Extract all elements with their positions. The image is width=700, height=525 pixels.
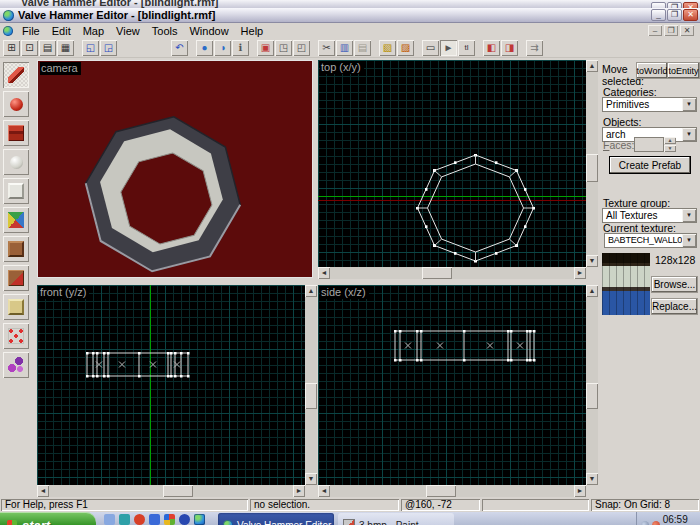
curve-tool-1-button[interactable]: ◧: [483, 40, 500, 56]
menu-help[interactable]: Help: [235, 24, 270, 38]
restore-button[interactable]: ❐: [667, 9, 682, 21]
path-tool-button[interactable]: [3, 352, 29, 378]
curve-tool-2-button[interactable]: ◨: [501, 40, 518, 56]
texture-lock-button[interactable]: tl: [458, 40, 475, 56]
entity-tool-icon: [10, 156, 23, 169]
top-hscrollbar-thumb[interactable]: [422, 267, 452, 279]
hide-selected-button[interactable]: ▧: [379, 40, 396, 56]
task-hammer-button[interactable]: Valve Hammer Editor: [218, 513, 334, 525]
vertex-tool-button[interactable]: [3, 323, 29, 349]
close-button[interactable]: ✕: [683, 9, 698, 21]
apply-current-texture-tool-button[interactable]: [3, 236, 29, 262]
toggle-grid-button[interactable]: ⊞: [3, 40, 20, 56]
mdi-minimize-button[interactable]: –: [648, 25, 662, 36]
larger-grid-button[interactable]: ▦: [57, 40, 74, 56]
task-paint-button[interactable]: 3.bmp - Paint: [338, 513, 454, 525]
run-map-button[interactable]: ◑: [214, 40, 231, 56]
copy-button[interactable]: ▥: [336, 40, 353, 56]
front-vscrollbar[interactable]: ▲ ▼: [305, 285, 317, 485]
camera-tool-button[interactable]: [3, 120, 29, 146]
categories-combo[interactable]: Primitives ▼: [602, 97, 697, 112]
clipping-tool-button[interactable]: [3, 294, 29, 320]
cut-button[interactable]: ✂: [318, 40, 335, 56]
statusbar: For Help, press F1 no selection. @160, -…: [0, 498, 700, 512]
entity-report-button[interactable]: ℹ: [232, 40, 249, 56]
top-vscrollbar[interactable]: ▲ ▼: [586, 60, 598, 267]
hide-unselected-button[interactable]: ▨: [397, 40, 414, 56]
side-hscrollbar-thumb[interactable]: [426, 485, 456, 497]
front-hscrollbar-thumb[interactable]: [163, 485, 193, 497]
to-world-button[interactable]: toWorld: [637, 63, 667, 78]
ungroup-button[interactable]: ◰: [293, 40, 310, 56]
vertex-tool-icon: [8, 328, 24, 344]
paste-button[interactable]: ▤: [354, 40, 371, 56]
smaller-grid-button[interactable]: ▤: [39, 40, 56, 56]
ql-show-desktop-icon[interactable]: [104, 514, 115, 525]
toggle-3d-grid-button[interactable]: ⊡: [21, 40, 38, 56]
ql-ie-icon[interactable]: [119, 514, 130, 525]
create-prefab-button[interactable]: Create Prefab: [610, 157, 690, 173]
camera-viewport[interactable]: camera: [37, 60, 313, 278]
faces-input: [634, 137, 664, 152]
menu-file[interactable]: File: [16, 24, 46, 38]
to-entity-button[interactable]: toEntity: [668, 63, 699, 78]
menu-window[interactable]: Window: [183, 24, 234, 38]
system-tray: 06:59 PM: [636, 512, 700, 525]
current-texture-combo[interactable]: BABTECH_WALL01A ▼: [604, 233, 697, 248]
front-hscrollbar[interactable]: ◄ ►: [37, 485, 305, 497]
menubar: File Edit Map View Tools Window Help: [0, 23, 700, 38]
tray-messenger-icon[interactable]: [652, 521, 660, 525]
undo-button[interactable]: ↶: [171, 40, 188, 56]
texture-application-tool-button[interactable]: [3, 207, 29, 233]
menu-edit[interactable]: Edit: [46, 24, 77, 38]
entity-tool-button[interactable]: [3, 149, 29, 175]
texture-group-combo[interactable]: All Textures ▼: [602, 208, 697, 223]
selection-tool-button[interactable]: [3, 62, 29, 88]
menu-view[interactable]: View: [110, 24, 146, 38]
minimize-button[interactable]: _: [651, 9, 666, 21]
task-hammer-icon: [223, 520, 233, 525]
ql-winamp-icon[interactable]: [164, 514, 175, 525]
mdi-restore-button[interactable]: ❐: [664, 25, 678, 36]
start-button[interactable]: start: [0, 512, 96, 525]
menu-tools[interactable]: Tools: [146, 24, 184, 38]
top-vscrollbar-thumb[interactable]: [586, 154, 598, 182]
side-viewport[interactable]: side (x/z): [318, 285, 586, 485]
tray-volume-icon[interactable]: [641, 521, 649, 525]
ql-messenger-icon[interactable]: [179, 514, 190, 525]
texture-application-tool-icon: [8, 212, 24, 228]
categories-dropdown-arrow-icon[interactable]: ▼: [682, 98, 696, 111]
side-hscrollbar[interactable]: ◄ ►: [318, 485, 586, 497]
top-hscrollbar[interactable]: ◄ ►: [318, 267, 586, 279]
front-viewport[interactable]: front (y/z): [37, 285, 305, 485]
side-vscrollbar-thumb[interactable]: [586, 383, 598, 409]
current-texture-dropdown-arrow-icon[interactable]: ▼: [682, 234, 696, 247]
split-view-button[interactable]: ⇉: [526, 40, 543, 56]
objects-dropdown-arrow-icon[interactable]: ▼: [682, 128, 696, 141]
group-button[interactable]: ◳: [275, 40, 292, 56]
load-window-state-button[interactable]: ◱: [82, 40, 99, 56]
top-arch-wireframe: [318, 60, 586, 267]
carve-button[interactable]: ▣: [257, 40, 274, 56]
mdi-close-button[interactable]: ✕: [680, 25, 694, 36]
map-information-button[interactable]: ●: [196, 40, 213, 56]
block-tool-button[interactable]: [3, 178, 29, 204]
ql-outlook-icon[interactable]: [149, 514, 160, 525]
apply-decals-tool-button[interactable]: [3, 265, 29, 291]
front-vscrollbar-thumb[interactable]: [305, 383, 317, 409]
toggle-cordon-button[interactable]: ▭: [422, 40, 439, 56]
top-viewport[interactable]: top (x/y): [318, 60, 586, 267]
main-toolbar: ⊞ ⊡ ▤ ▦ ◱ ◲ ↶ ● ◑ ℹ ▣ ◳ ◰ ✂ ▥ ▤ ▧: [0, 38, 700, 58]
side-vscrollbar[interactable]: ▲ ▼: [586, 285, 598, 485]
ql-media-icon[interactable]: [134, 514, 145, 525]
selection-mode-button[interactable]: ►: [440, 40, 457, 56]
ql-hammer-icon[interactable]: [194, 514, 205, 525]
faces-spin-down-icon: ▼: [664, 145, 676, 152]
browse-button[interactable]: Browse...: [652, 277, 697, 292]
texture-group-dropdown-arrow-icon[interactable]: ▼: [682, 209, 696, 222]
menu-map[interactable]: Map: [77, 24, 110, 38]
camera-viewport-label: camera: [40, 62, 81, 75]
replace-button[interactable]: Replace...: [652, 299, 697, 314]
magnify-tool-button[interactable]: [3, 91, 29, 117]
save-window-state-button[interactable]: ◲: [100, 40, 117, 56]
